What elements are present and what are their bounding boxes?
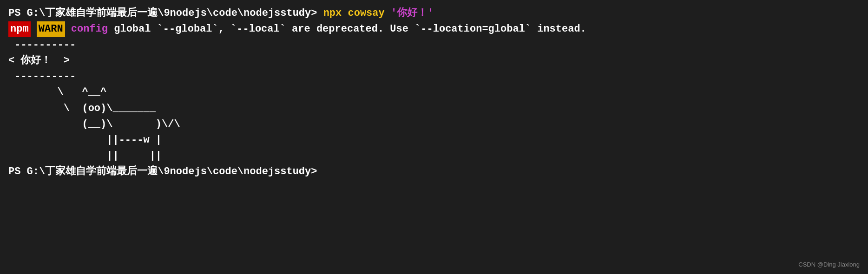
watermark: CSDN @Ding Jiaxiong: [798, 260, 860, 269]
cow-art-4: ||----w |: [8, 132, 162, 148]
final-prompt-line: PS G:\丁家雄自学前端最后一遍\9nodejs\code\nodejsstu…: [8, 164, 860, 180]
cow-line-1: \ ^__^: [8, 85, 860, 100]
warn-line: npm WARN config global `--global`, `--lo…: [8, 21, 860, 37]
speech-content: < 你好！ >: [8, 53, 860, 69]
command-arg: '你好！': [391, 6, 434, 21]
cow-line-5: || ||: [8, 148, 860, 164]
final-prompt: PS G:\丁家雄自学前端最后一遍\9nodejs\code\nodejsstu…: [8, 164, 317, 180]
command-name: npx cowsay: [323, 6, 385, 21]
cow-art-1: \ ^__^: [8, 85, 106, 100]
cow-art-5: || ||: [8, 148, 162, 164]
cow-art-2: \ (oo)\_______: [8, 101, 156, 117]
warn-badge: WARN: [37, 21, 65, 37]
npm-badge: npm: [8, 21, 31, 37]
warn-config-word: config: [71, 21, 108, 37]
warn-message: global `--global`, `--local` are depreca…: [108, 21, 586, 37]
cow-line-2: \ (oo)\_______: [8, 101, 860, 117]
speech-top-border: ----------: [8, 37, 860, 53]
cow-art-3: (__)\ )\/\: [8, 117, 180, 132]
prompt-path: PS G:\丁家雄自学前端最后一遍\9nodejs\code\nodejsstu…: [8, 6, 323, 21]
warn-space2: [65, 21, 71, 37]
terminal-window: PS G:\丁家雄自学前端最后一遍\9nodejs\code\nodejsstu…: [8, 6, 860, 268]
speech-bottom-border: ----------: [8, 69, 860, 85]
speech-text: < 你好！ >: [8, 53, 70, 69]
command-line: PS G:\丁家雄自学前端最后一遍\9nodejs\code\nodejsstu…: [8, 6, 860, 21]
command-space: [385, 6, 391, 21]
bottom-dashes: ----------: [8, 69, 76, 85]
top-dashes: ----------: [8, 37, 76, 53]
cow-line-3: (__)\ )\/\: [8, 117, 860, 132]
cow-line-4: ||----w |: [8, 132, 860, 148]
warn-space1: [31, 21, 37, 37]
